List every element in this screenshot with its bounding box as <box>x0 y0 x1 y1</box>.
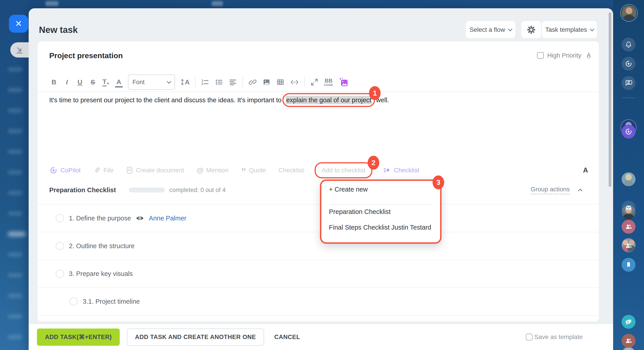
checklist-item: 2. Outline the structure <box>38 232 599 260</box>
ai-checklist-icon <box>383 166 391 174</box>
notifications-button[interactable] <box>622 38 636 52</box>
dropdown-option-preparation[interactable]: Preparation Checklist <box>329 208 391 216</box>
toolbar-divider <box>304 77 305 87</box>
font-select[interactable]: Font <box>128 74 175 90</box>
task-title-input[interactable]: Project presentation <box>49 51 123 60</box>
checklist-completed-text: completed: 0 out of 4 <box>169 187 226 194</box>
fullscreen-button[interactable] <box>310 76 319 88</box>
checklist-item-checkbox[interactable] <box>56 214 64 222</box>
screen: ✕ New task Select a flow T <box>0 0 644 350</box>
close-modal-button[interactable]: ✕ <box>9 15 28 33</box>
ghost-menu-item <box>8 252 22 257</box>
align-button[interactable] <box>229 76 237 88</box>
team-red-button[interactable] <box>622 334 636 348</box>
ghost-menu-item <box>8 108 22 113</box>
collapse-panel-button[interactable] <box>10 42 29 58</box>
modal-title: New task <box>39 25 78 35</box>
checklist-item-text: 1. Define the purpose <box>69 214 131 222</box>
copilot-sidebar-button[interactable] <box>622 57 636 71</box>
checklist-item-checkbox[interactable] <box>69 297 78 306</box>
code-button[interactable] <box>290 76 299 88</box>
callout-badge-3: 3 <box>432 176 444 189</box>
people-icon <box>625 337 632 345</box>
mention-label: Mention <box>206 167 228 174</box>
user-avatar[interactable] <box>622 6 636 20</box>
quote-button[interactable]: ” Quote <box>241 166 266 174</box>
chevron-down-icon <box>167 79 171 84</box>
add-to-checklist-button[interactable]: Add to checklist <box>322 167 366 174</box>
svg-text:2: 2 <box>202 82 203 86</box>
link-button[interactable] <box>248 76 257 88</box>
underline-button[interactable]: U <box>76 76 84 88</box>
ghost-menu-item <box>8 170 22 174</box>
create-new-checklist-option[interactable]: + Create new <box>329 186 368 193</box>
checklist-button[interactable]: Checklist <box>278 167 304 174</box>
messenger-button[interactable] <box>622 315 636 329</box>
high-priority-checkbox[interactable] <box>537 52 544 59</box>
create-document-button[interactable]: Create document <box>126 166 184 174</box>
checklist-item-checkbox[interactable] <box>56 270 64 278</box>
copilot-label: CoPilot <box>60 167 80 174</box>
add-task-button[interactable]: ADD TASK(⌘+ENTER) <box>37 328 120 346</box>
callout-badge-2: 2 <box>368 156 379 170</box>
quote-icon: ” <box>241 170 246 174</box>
file-label: File <box>104 167 114 174</box>
ghost-menu-item <box>8 191 22 195</box>
select-flow-dropdown[interactable]: Select a flow <box>466 21 515 38</box>
bullet-list-button[interactable] <box>215 76 223 88</box>
team-button[interactable] <box>622 239 636 253</box>
editor-actions-bar: CoPilot File Create document @ <box>49 162 588 178</box>
ai-checklist-button[interactable]: Checklist <box>383 166 419 174</box>
image-button[interactable] <box>262 76 271 88</box>
collapse-checklist-button[interactable] <box>579 188 582 192</box>
watcher-eye-icon <box>136 215 144 221</box>
checklist-subitem: 3.1. Project timeline <box>38 287 599 316</box>
checklist-item: 3. Prepare key visuals <box>38 260 599 287</box>
chat-exchange-button[interactable] <box>622 76 636 90</box>
modal-scrollbar[interactable] <box>609 12 611 187</box>
save-as-template-checkbox[interactable] <box>526 334 532 340</box>
cancel-button[interactable]: CANCEL <box>274 334 300 340</box>
checklist-item: 1. Define the purpose Anne Palmer <box>38 204 599 232</box>
mail-button[interactable] <box>622 201 636 214</box>
at-icon: @ <box>196 166 204 174</box>
people-icon <box>625 223 632 230</box>
group-actions-link[interactable]: Group actions <box>531 186 570 194</box>
contact-avatar[interactable] <box>622 172 636 186</box>
copilot-button[interactable]: CoPilot <box>49 166 80 174</box>
mention-button[interactable]: @ Mention <box>196 166 228 174</box>
task-description-editor[interactable]: It's time to present our project to the … <box>49 96 587 104</box>
ghost-menu-item <box>8 294 22 298</box>
bookmarks-button[interactable] <box>622 258 636 272</box>
team-pink-button[interactable] <box>622 220 636 234</box>
settings-button[interactable] <box>522 21 541 38</box>
background-ghost-bar <box>212 1 223 6</box>
clear-formatting-button[interactable]: T× <box>102 76 110 88</box>
updown-arrow-icon <box>180 78 184 86</box>
italic-button[interactable]: I <box>63 76 71 88</box>
select-flow-label: Select a flow <box>470 26 505 33</box>
attach-file-button[interactable]: File <box>93 166 114 174</box>
ai-checklist-label: Checklist <box>394 167 419 174</box>
checklist-item-checkbox[interactable] <box>56 242 64 250</box>
dropdown-option-final-steps[interactable]: Final Steps Checklist Justin Testard <box>329 224 431 231</box>
task-form-card: Project presentation High Priority B I U… <box>38 42 599 321</box>
ai-image-button[interactable] <box>338 76 348 88</box>
ghost-menu-item <box>8 314 22 319</box>
bold-button[interactable]: B <box>50 76 58 88</box>
ordered-list-button[interactable]: 1 2 <box>201 76 210 88</box>
font-size-button[interactable]: A <box>180 76 190 88</box>
copilot-purple-button[interactable] <box>622 125 636 138</box>
add-task-and-create-another-button[interactable]: ADD TASK AND CREATE ANOTHER ONE <box>127 328 264 346</box>
copilot-icon <box>49 166 58 174</box>
text-color-button[interactable]: A <box>115 78 122 88</box>
description-text: It's time to present our project to the … <box>49 96 283 104</box>
assignee-link[interactable]: Anne Palmer <box>149 214 186 222</box>
add-to-checklist-label: Add to checklist <box>322 167 366 174</box>
paperclip-icon <box>93 166 101 174</box>
task-templates-dropdown[interactable]: Task templates <box>542 21 597 38</box>
toolbar-divider <box>195 77 196 87</box>
table-button[interactable] <box>276 76 285 88</box>
strikethrough-button[interactable]: S <box>89 76 97 88</box>
bbcode-button[interactable]: BB CODE <box>324 78 334 86</box>
